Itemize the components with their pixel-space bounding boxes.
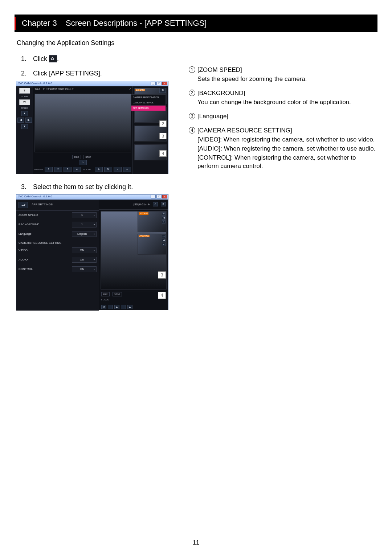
window-titlebar: JVC CAM Control - 0.1.6.0 _ □ x [16, 194, 168, 200]
dropdown-icon[interactable]: ▾ [92, 247, 97, 253]
close-icon[interactable]: x [162, 195, 167, 198]
stop-button[interactable]: STOP [113, 292, 122, 296]
expand-icon[interactable]: ⤢ [129, 87, 131, 90]
step-number: 2. [21, 69, 31, 78]
focus-plus-icon[interactable]: ▲ [123, 167, 131, 172]
thumb-video-icon[interactable]: ▭ [162, 235, 166, 238]
step-1-suffix: . [57, 55, 59, 62]
minimize-icon[interactable]: _ [151, 195, 156, 198]
desc-title: [ZOOM SPEED] [197, 66, 242, 74]
language-label: Language [19, 232, 72, 236]
home-icon[interactable]: ⌂ [79, 160, 87, 165]
video-label: VIDEO [19, 249, 72, 253]
section-subtitle: Changing the Application Settings [17, 38, 377, 47]
desc-number-2: 2 [189, 90, 195, 96]
audio-value[interactable]: ON [72, 257, 92, 263]
stop-button[interactable]: STOP [83, 155, 93, 159]
preset-label: PRESET [34, 168, 43, 171]
camera-thumbs: JVCCAM2 ▭ ◀ + JVCCAM11 ▭ ◀ [136, 210, 168, 256]
zoom-panel: T ZOOM W SPEED ▲ ◀ ▶ ▼ [16, 86, 33, 174]
mf-button[interactable]: M [104, 167, 112, 172]
focus-minus-icon[interactable]: – [114, 167, 122, 172]
back-icon[interactable]: ⮐ [19, 202, 28, 208]
camera-viewport [34, 94, 131, 152]
video-value[interactable]: ON [72, 247, 92, 253]
zoom-tele-button[interactable]: T [19, 88, 30, 94]
background-value[interactable]: 1 [72, 222, 92, 227]
maximize-icon[interactable]: □ [156, 82, 162, 85]
desc-background: 2 [BACKGROUND] You can change the backgr… [189, 89, 377, 107]
rec-button[interactable]: REC [101, 292, 110, 296]
settings-gear-icon[interactable]: ✿ [159, 88, 166, 93]
gear-icon[interactable]: ✿ [161, 202, 166, 206]
maximize-icon[interactable]: □ [156, 195, 162, 198]
desc-body: You can change the background color of t… [197, 98, 377, 107]
rec-button[interactable]: REC [72, 155, 81, 159]
focus-label: FOCUS [83, 168, 91, 171]
preset-1[interactable]: 1 [45, 167, 53, 172]
zoom-speed-value[interactable]: 1 [72, 212, 92, 218]
zoom-label: ZOOM [21, 95, 28, 98]
menu-item-camera-settings[interactable]: CAMERA SETTINGS [131, 100, 166, 106]
bottom-bar: PRESET 1 2 3 4 FOCUS A M – ▲ [33, 165, 132, 174]
af-button[interactable]: A [95, 167, 103, 172]
step-number: 3. [21, 182, 31, 191]
descriptions-column: 1 [ZOOM SPEED] Sets the speed for zoomin… [189, 66, 377, 176]
dropdown-icon[interactable]: ▾ [92, 231, 97, 237]
focus-near-icon[interactable]: ▲ [114, 305, 119, 309]
preset-4[interactable]: 4 [73, 167, 81, 172]
thumb-audio-icon[interactable]: ◀ [162, 216, 166, 219]
step-1: 1. Click . [21, 54, 377, 63]
chapter-title: Screen Descriptions - [APP SETTINGS] [66, 19, 207, 28]
arrow-right-icon[interactable]: ▶ [25, 118, 32, 123]
control-value[interactable]: ON [72, 266, 92, 272]
screenshot-app-settings: JVC CAM Control - 0.1.6.0 _ □ x ⮐ APP SE… [16, 194, 168, 310]
arrow-down-icon[interactable]: ▼ [21, 124, 28, 129]
window-title: JVC CAM Control - 0.1.6.0 [18, 82, 52, 85]
zoom-speed-label: ZOOM SPEED [19, 213, 72, 217]
thumb-add-icon[interactable]: + [162, 220, 166, 223]
desc-camera-resource: 4 [CAMERA RESOURCE SETTING] [VIDEO]: Whe… [189, 127, 377, 171]
dropdown-icon[interactable]: ▾ [92, 266, 97, 272]
thumb-video-icon[interactable]: ▭ [162, 212, 166, 216]
focus-far-icon[interactable]: – [121, 305, 126, 309]
dropdown-icon[interactable]: ▾ [92, 212, 97, 218]
arrow-left-icon[interactable]: ◀ [17, 118, 24, 123]
camera-thumb: JVCCAM2 ▭ ◀ + [138, 211, 167, 232]
background-label: BACKGROUND [19, 223, 72, 227]
mf-button[interactable]: M [101, 305, 106, 309]
zoom-wide-button[interactable]: W [19, 99, 30, 105]
screenshot-main-window: JVC CAM Control - 0.1.6.0 _ □ x T ZOOM W… [16, 81, 168, 174]
chapter-label: Chapter 3 [22, 19, 57, 28]
language-value[interactable]: English [72, 231, 92, 237]
preset-3[interactable]: 3 [64, 167, 72, 172]
step-number: 1. [21, 54, 31, 63]
desc-title: [CAMERA RESOURCE SETTING] [197, 127, 292, 135]
preset-2[interactable]: 2 [54, 167, 62, 172]
desc-body-control: [CONTROL]: When registering the camera, … [197, 154, 377, 171]
step-2: 2. Click [APP SETTINGS]. [21, 69, 174, 78]
right-topbar: [SD] 0h31m ✈ ⤢ ✿ [99, 200, 168, 210]
focus-plus-icon[interactable]: ▲ [127, 305, 132, 309]
focus-minus-icon[interactable]: – [108, 305, 113, 309]
callout-3: 3 [159, 133, 167, 139]
minimize-icon[interactable]: _ [151, 82, 156, 85]
camera-tag: JVCCAM2 [135, 89, 145, 91]
dropdown-icon[interactable]: ▾ [92, 222, 97, 227]
menu-item-app-settings[interactable]: APP SETTINGS [131, 106, 166, 111]
camera-tag: JVCCAM11 [139, 235, 150, 237]
desc-language: 3 [Language] [189, 112, 377, 121]
form-title: APP SETTINGS [32, 203, 53, 207]
menu-item-camera-registration[interactable]: CAMERA REGISTRATION [131, 95, 166, 100]
gear-icon [49, 55, 57, 62]
arrow-up-icon[interactable]: ▲ [21, 111, 28, 116]
chapter-header: Chapter 3 Screen Descriptions - [APP SET… [15, 15, 377, 32]
close-icon[interactable]: x [162, 82, 167, 85]
thumb-audio-icon[interactable]: ◀ [162, 239, 166, 242]
thumb-add-icon[interactable]: + [162, 243, 166, 246]
expand-icon[interactable]: ⤢ [153, 202, 158, 206]
callout-3: 3 [158, 271, 166, 279]
desc-number-1: 1 [189, 66, 195, 73]
status-strip: 4x1.2 → 0° ↑ 0° ■STOP [0720] 0h31m ✈ ⤢ [33, 86, 132, 92]
dropdown-icon[interactable]: ▾ [92, 257, 97, 263]
